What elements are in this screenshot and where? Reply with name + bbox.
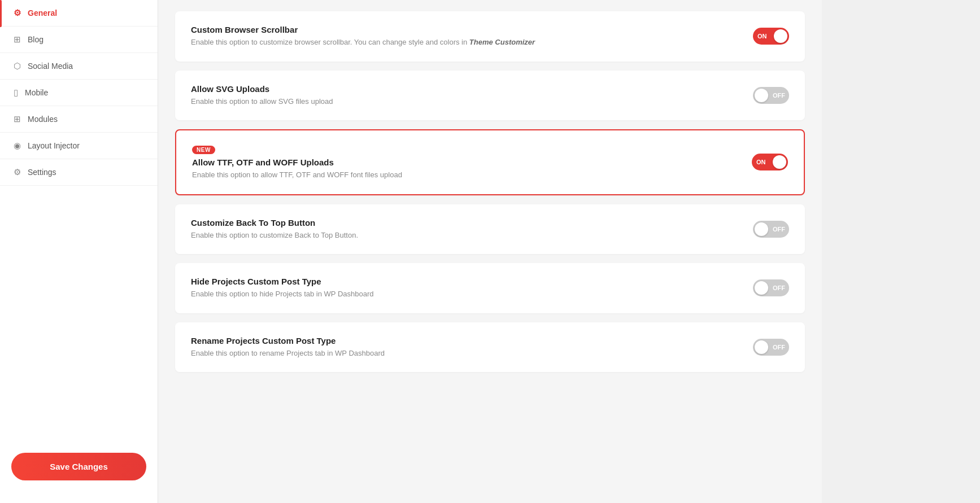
active-indicator (0, 0, 2, 27)
layout-icon: ◉ (14, 141, 21, 151)
sidebar-item-modules[interactable]: ⊞ Modules (0, 106, 158, 133)
setting-desc: Enable this option to allow SVG files up… (191, 96, 753, 107)
toggle-knob (774, 29, 787, 43)
toggle-wrapper: OFF (753, 221, 789, 238)
setting-card-custom-browser-scrollbar: Custom Browser Scrollbar Enable this opt… (175, 11, 805, 62)
setting-card-customize-back-to-top: Customize Back To Top Button Enable this… (175, 204, 805, 255)
setting-info: Customize Back To Top Button Enable this… (191, 218, 753, 241)
settings-icon: ⚙ (14, 167, 21, 177)
toggle-wrapper: OFF (753, 87, 789, 104)
toggle-allow-svg-uploads[interactable]: OFF (753, 87, 789, 104)
sidebar-item-blog[interactable]: ⊞ Blog (0, 27, 158, 53)
modules-icon: ⊞ (14, 114, 21, 124)
setting-info: Rename Projects Custom Post Type Enable … (191, 336, 753, 359)
setting-desc: Enable this option to customize Back to … (191, 230, 753, 241)
toggle-knob (755, 222, 768, 236)
sidebar-item-label: Social Media (28, 62, 73, 71)
social-icon: ⬡ (14, 61, 21, 71)
setting-title: Allow SVG Uploads (191, 84, 753, 94)
setting-title: Hide Projects Custom Post Type (191, 277, 753, 286)
setting-desc: Enable this option to allow TTF, OTF and… (192, 169, 752, 181)
setting-title: Customize Back To Top Button (191, 218, 753, 228)
toggle-rename-projects-cpt[interactable]: OFF (753, 339, 789, 356)
sidebar-item-layout-injector[interactable]: ◉ Layout Injector (0, 133, 158, 159)
setting-info: Hide Projects Custom Post Type Enable th… (191, 277, 753, 300)
setting-info: NEW Allow TTF, OTF and WOFF Uploads Enab… (192, 144, 752, 181)
setting-info: Custom Browser Scrollbar Enable this opt… (191, 25, 753, 48)
toggle-custom-browser-scrollbar[interactable]: ON (753, 28, 789, 45)
setting-card-rename-projects-cpt: Rename Projects Custom Post Type Enable … (175, 322, 805, 373)
toggle-hide-projects-cpt[interactable]: OFF (753, 279, 789, 296)
setting-card-allow-ttf-otf-woff: NEW Allow TTF, OTF and WOFF Uploads Enab… (175, 129, 805, 195)
toggle-label: OFF (773, 344, 785, 351)
blog-icon: ⊞ (14, 34, 21, 45)
toggle-label: OFF (773, 226, 785, 233)
sidebar-item-label: Layout Injector (28, 141, 80, 150)
sidebar-item-label: Settings (28, 168, 56, 177)
toggle-wrapper: ON (753, 28, 789, 45)
setting-title: Allow TTF, OTF and WOFF Uploads (192, 158, 752, 167)
setting-card-hide-projects-cpt: Hide Projects Custom Post Type Enable th… (175, 263, 805, 313)
setting-card-allow-svg-uploads: Allow SVG Uploads Enable this option to … (175, 71, 805, 121)
toggle-label: ON (757, 33, 767, 40)
toggle-label: OFF (773, 92, 785, 99)
sidebar-item-label: Mobile (25, 88, 48, 97)
toggle-knob (773, 155, 786, 169)
sidebar-item-settings[interactable]: ⚙ Settings (0, 159, 158, 186)
sidebar: ⚙ General ⊞ Blog ⬡ Social Media ▯ Mobile… (0, 0, 158, 503)
toggle-customize-back-to-top[interactable]: OFF (753, 221, 789, 238)
sidebar-item-label: Blog (28, 35, 43, 44)
toggle-allow-ttf-otf-woff[interactable]: ON (752, 154, 788, 170)
sidebar-item-general[interactable]: ⚙ General (0, 0, 158, 27)
new-badge: NEW (192, 146, 215, 154)
mobile-icon: ▯ (14, 88, 18, 98)
toggle-label: OFF (773, 285, 785, 291)
toggle-knob (755, 340, 768, 354)
toggle-knob (755, 89, 768, 102)
sidebar-item-label: General (28, 8, 57, 18)
setting-desc: Enable this option to customize browser … (191, 37, 753, 48)
setting-desc: Enable this option to hide Projects tab … (191, 288, 753, 300)
sidebar-item-mobile[interactable]: ▯ Mobile (0, 80, 158, 106)
right-panel (822, 0, 980, 503)
setting-title: Rename Projects Custom Post Type (191, 336, 753, 345)
toggle-wrapper: OFF (753, 279, 789, 296)
save-changes-button[interactable]: Save Changes (11, 453, 146, 480)
setting-desc: Enable this option to rename Projects ta… (191, 348, 753, 359)
toggle-wrapper: OFF (753, 339, 789, 356)
setting-info: Allow SVG Uploads Enable this option to … (191, 84, 753, 107)
toggle-knob (755, 281, 768, 295)
gear-icon: ⚙ (14, 8, 21, 18)
setting-title: Custom Browser Scrollbar (191, 25, 753, 34)
sidebar-item-social-media[interactable]: ⬡ Social Media (0, 53, 158, 80)
toggle-wrapper: ON (752, 154, 788, 170)
sidebar-item-label: Modules (28, 115, 58, 124)
main-content: Custom Browser Scrollbar Enable this opt… (158, 0, 822, 503)
toggle-label: ON (756, 159, 766, 165)
